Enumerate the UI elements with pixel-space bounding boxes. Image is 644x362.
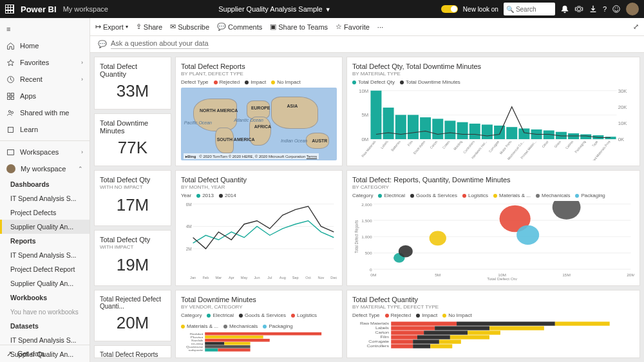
export-icon: ↦ [95,23,101,31]
workspace-crumb[interactable]: My workspace [63,5,108,13]
nav-apps[interactable]: Apps [0,88,90,104]
svg-text:Jan: Jan [190,276,196,280]
svg-rect-126 [391,330,424,334]
subscribe-button[interactable]: ✉Subscribe [170,23,209,31]
new-look-toggle[interactable] [441,5,458,13]
search-input[interactable]: 🔍Search [504,3,555,15]
nav-rep-item-0[interactable]: IT Spend Analysis S... [0,248,90,262]
tile-kpi-reports[interactable]: Total Defect Reports [94,345,171,358]
svg-text:30K: 30K [618,89,627,93]
world-map[interactable]: NORTH AMERICA EUROPE ASIA AFRICA SOUTH A… [181,88,337,160]
tile-map[interactable]: Total Defect Reports BY PLANT, DEFECT TY… [175,57,343,166]
more-button[interactable]: ··· [377,23,383,31]
tile-bubble-chart[interactable]: Total Defect: Reports, Quantity, Downtim… [346,170,640,286]
learn-icon [6,126,15,134]
nav-workspaces[interactable]: Workspaces› [0,144,90,160]
qna-input[interactable]: 💬Ask a question about your data [90,36,644,53]
svg-rect-41 [605,137,616,139]
tile-line-chart[interactable]: Total Defect Quantity BY MONTH, YEAR Yea… [175,170,343,286]
nav-hamburger[interactable]: ≡ [0,21,90,37]
svg-text:10K: 10K [618,121,627,126]
tile-kpi-impact[interactable]: Total Defect Qty WITH IMPACT 19M [94,230,171,286]
svg-rect-6 [8,97,10,99]
feedback-icon[interactable] [612,5,621,14]
nav-recent[interactable]: Recent› [0,71,90,88]
favorite-button[interactable]: ☆Favorite [336,23,370,31]
svg-text:10M: 10M [359,89,368,93]
svg-rect-29 [457,122,468,139]
combo-legend: Total Defect Qty Total Downtime Minutes [352,79,634,85]
svg-text:Sep: Sep [292,276,299,280]
comments-button[interactable]: 💬Comments [217,23,262,31]
svg-text:Quoteane: Quoteane [186,346,204,348]
left-nav: ≡ Home Favorites› Recent› Apps Shared wi… [0,18,90,362]
nav-get-data[interactable]: ↗Get data [0,345,90,362]
tile-kpi-downtime[interactable]: Total Downtime Minutes 77K [94,113,171,166]
tile-bar-vendor[interactable]: Total Downtime Minutes BY VENDOR, CATEGO… [175,290,343,358]
svg-text:Jul: Jul [267,276,272,280]
tile-kpi-rejected[interactable]: Total Rejected Defect Quanti... 20M [94,290,171,341]
chevron-right-icon: › [81,76,83,82]
tile-combo-chart[interactable]: Total Defect Qty, Total Downtime Minutes… [346,57,640,166]
nav-dash-item-2[interactable]: Supplier Quality An... [0,220,90,234]
nav-favorites[interactable]: Favorites› [0,54,90,71]
svg-text:Electrolytes: Electrolytes [412,140,426,155]
nav-my-workspace[interactable]: My workspace⌃ [0,160,90,177]
svg-text:Reddoit: Reddoit [190,333,204,335]
apps-icon [6,92,15,100]
svg-text:Apr: Apr [229,276,234,280]
svg-text:Cables: Cables [564,140,574,149]
nav-dash-item-1[interactable]: Project Defects [0,205,90,220]
tile-stacked-material[interactable]: Total Defect Quantity BY MATERIAL TYPE, … [346,290,640,358]
svg-text:Carton: Carton [375,331,389,334]
new-look-label: New look on [463,6,498,13]
nav-rep-item-2[interactable]: Supplier Quality An... [0,276,90,291]
svg-point-9 [11,111,13,113]
expand-button[interactable]: ⤢ [633,23,639,31]
export-button[interactable]: ↦Export▾ [95,23,128,31]
svg-rect-123 [435,326,489,330]
svg-text:Raw Materials: Raw Materials [360,322,389,325]
svg-point-99 [430,231,446,246]
svg-text:Other: Other [541,140,549,148]
svg-text:5M: 5M [362,113,369,118]
chevron-down-icon: ▼ [325,6,331,13]
nav-dash-item-0[interactable]: IT Spend Analysis S... [0,191,90,205]
chat-icon: 💬 [98,40,107,48]
svg-text:20M: 20M [627,273,634,277]
nav-home[interactable]: Home [0,37,90,54]
svg-text:0M: 0M [370,273,376,277]
workspace-avatar [6,164,15,173]
notifications-icon[interactable] [560,5,569,14]
nav-section-reports: Reports [0,234,90,248]
svg-text:500: 500 [365,251,373,255]
app-launcher-icon[interactable] [5,5,14,14]
tile-kpi-defect-qty[interactable]: Total Defect Quantity 33M [94,57,171,110]
teams-button[interactable]: ▣Share to Teams [270,23,328,31]
clock-icon [6,75,15,84]
svg-point-101 [553,201,581,220]
user-avatar[interactable] [626,3,639,15]
svg-rect-139 [413,344,430,348]
svg-rect-104 [205,332,321,336]
share-button[interactable]: ⇪Share [136,23,162,31]
svg-text:Printed Materials Print: Printed Materials Print [588,140,611,160]
svg-text:Nov: Nov [317,276,324,280]
nav-rep-item-1[interactable]: Project Defect Report [0,262,90,276]
tile-kpi-no-impact[interactable]: Total Defect Qty WITH NO IMPACT 17M [94,170,171,226]
top-bar: Power BI My workspace Supplier Quality A… [0,0,644,18]
nav-learn[interactable]: Learn [0,121,90,138]
teams-icon: ▣ [270,23,276,31]
download-icon[interactable] [589,5,598,14]
svg-text:6M: 6M [186,202,192,207]
svg-rect-11 [8,149,14,155]
svg-rect-122 [391,326,435,330]
combo-chart-svg: 0M5M10M0K10K20K30KRaw MaterialsLabelsBat… [352,88,634,160]
help-icon[interactable]: ? [603,5,607,13]
settings-icon[interactable] [574,5,583,14]
nav-shared[interactable]: Shared with me [0,104,90,121]
svg-point-1 [615,8,616,8]
page-title[interactable]: Supplier Quality Analysis Sample▼ [115,5,435,13]
svg-rect-106 [205,336,263,339]
action-toolbar: ↦Export▾ ⇪Share ✉Subscribe 💬Comments ▣Sh… [90,18,644,36]
